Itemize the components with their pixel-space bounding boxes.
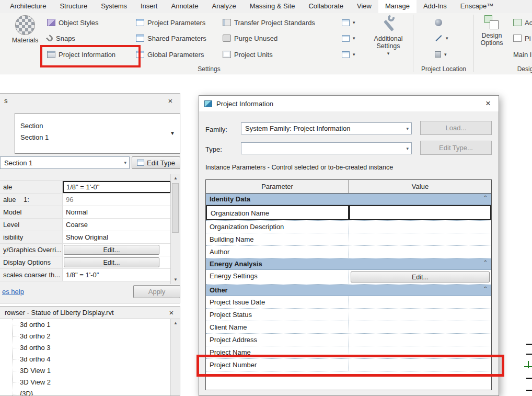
vg-overrides-edit-button[interactable]: Edit... (64, 245, 159, 255)
structural-settings-dropdown[interactable]: ▾ (340, 15, 357, 30)
close-icon[interactable]: × (166, 308, 177, 317)
transfer-project-standards-button[interactable]: Transfer Project Standards (221, 15, 317, 30)
tab-manage[interactable]: Manage (378, 0, 417, 13)
group-other[interactable]: Other ˆ (206, 285, 491, 296)
organization-name-input[interactable] (349, 205, 491, 220)
project-address-input[interactable] (349, 334, 491, 346)
main-model-clipped[interactable]: Main I (511, 47, 532, 62)
edit-type-button[interactable]: Edit Type (132, 156, 180, 169)
tab-view[interactable]: View (350, 0, 378, 13)
author-input[interactable] (349, 246, 491, 258)
tab-collaborate[interactable]: Collaborate (302, 0, 350, 13)
project-units-label: Project Units (234, 51, 273, 59)
load-button[interactable]: Load... (420, 121, 492, 135)
tab-add-ins[interactable]: Add-Ins (417, 0, 454, 13)
parameter-name: Project Status (206, 309, 349, 321)
project-information-label: Project Information (59, 51, 115, 59)
group-energy-analysis[interactable]: Energy Analysis ˆ (206, 258, 491, 270)
mep-settings-icon (342, 35, 350, 42)
tree-item-view[interactable]: 3d ortho 1 (0, 319, 170, 331)
family-combo[interactable]: System Family: Project Information ▾ (241, 122, 412, 134)
project-units-button[interactable]: Project Units (221, 47, 275, 62)
project-number-input[interactable] (349, 359, 491, 371)
type-selector[interactable]: Section Section 1 ▼ (15, 113, 180, 154)
parts-visibility-field[interactable]: Show Original (63, 231, 171, 243)
property-label: Model (0, 206, 63, 218)
hide-at-scales-field[interactable]: 1/8" = 1'-0" (63, 269, 171, 281)
type-combo[interactable]: Section 1 ▾ (0, 156, 130, 169)
coordinates-dropdown[interactable]: ▾ (433, 31, 450, 46)
tab-structure[interactable]: Structure (53, 0, 94, 13)
chevron-down-icon[interactable]: ▼ (170, 130, 175, 136)
scroll-up-icon[interactable]: ▲ (171, 174, 180, 183)
group-label: Identity Data (210, 195, 250, 203)
purge-unused-button[interactable]: Purge Unused (221, 31, 280, 46)
design-options-button[interactable]: Design Options (476, 15, 508, 47)
display-options-edit-button[interactable]: Edit... (64, 257, 159, 267)
organization-description-input[interactable] (349, 221, 491, 233)
properties-help-link[interactable]: es help (2, 288, 24, 296)
panel-schedule-dropdown[interactable]: ▾ (340, 47, 357, 62)
chevron-down-icon: ▾ (446, 36, 448, 41)
dialog-titlebar[interactable]: Project Information × (199, 96, 499, 111)
tab-analyze[interactable]: Analyze (205, 0, 243, 13)
apply-button[interactable]: Apply (133, 285, 180, 298)
project-parameters-button[interactable]: Project Parameters (134, 15, 207, 30)
position-dropdown[interactable]: ▾ (433, 47, 449, 62)
tab-annotate[interactable]: Annotate (164, 0, 205, 13)
additional-settings-button[interactable]: Additional Settings ▾ (366, 15, 411, 56)
tree-item-view[interactable]: 3d ortho 4 (0, 354, 170, 365)
active-design-option-clipped[interactable]: Ac (511, 15, 532, 30)
client-name-input[interactable] (349, 321, 491, 333)
project-status-input[interactable] (349, 309, 491, 321)
tree-item-view[interactable]: 3D View 1 (0, 365, 170, 377)
scroll-up-icon[interactable]: ▲ (171, 319, 180, 327)
collapse-chevron-icon[interactable]: ˆ (484, 259, 487, 267)
building-name-input[interactable] (349, 233, 491, 245)
project-parameters-label: Project Parameters (147, 19, 205, 27)
properties-scrollbar[interactable]: ▲ ▼ (170, 174, 180, 284)
project-units-icon (223, 51, 231, 58)
project-information-button[interactable]: Project Information (45, 47, 118, 62)
mep-settings-dropdown[interactable]: ▾ (340, 31, 357, 46)
collapse-chevron-icon[interactable]: ˆ (484, 195, 487, 202)
collapse-chevron-icon[interactable]: ˆ (484, 286, 487, 293)
group-identity-data[interactable]: Identity Data ˆ (206, 194, 491, 205)
detail-level-field[interactable]: Coarse (63, 219, 171, 231)
global-parameters-button[interactable]: Global Parameters (134, 47, 206, 62)
materials-button[interactable]: Materials (9, 15, 41, 44)
tab-systems[interactable]: Systems (94, 0, 134, 13)
purge-unused-icon (223, 35, 231, 42)
location-button[interactable] (433, 15, 444, 30)
parameter-name: Project Number (206, 359, 349, 371)
tab-architecture[interactable]: Architecture (3, 0, 53, 13)
tab-enscape[interactable]: Enscape™ (454, 0, 501, 13)
tree-item-view[interactable]: 3D View 2 (0, 377, 170, 388)
tab-insert[interactable]: Insert (134, 0, 165, 13)
close-icon[interactable]: × (483, 98, 493, 109)
edit-type-button[interactable]: Edit Type... (420, 141, 492, 155)
pick-to-edit-clipped[interactable]: Pi (511, 31, 532, 46)
energy-settings-edit-button[interactable]: Edit... (351, 271, 490, 282)
project-name-input[interactable] (349, 346, 491, 358)
browser-scrollbar[interactable]: ▲ (170, 319, 180, 395)
tree-item-view[interactable]: 3d ortho 2 (0, 331, 170, 342)
position-icon (435, 51, 441, 58)
drawing-line (526, 390, 532, 391)
type-combo[interactable]: ▾ (241, 142, 412, 154)
tree-item-view[interactable]: 3d ortho 3 (0, 342, 170, 354)
display-model-field[interactable]: Normal (63, 206, 171, 218)
tree-item-view[interactable]: {3D} (0, 388, 170, 395)
scrollbar-thumb[interactable] (172, 183, 179, 233)
panel-separator (413, 15, 413, 72)
close-icon[interactable]: × (165, 96, 176, 105)
tab-massing-site[interactable]: Massing & Site (243, 0, 302, 13)
scale-value-field[interactable]: 1/8" = 1'-0" (63, 181, 171, 193)
chevron-down-icon: ▾ (353, 52, 355, 57)
project-issue-date-input[interactable] (349, 296, 491, 308)
shared-parameters-button[interactable]: Shared Parameters (134, 31, 209, 46)
object-styles-button[interactable]: Object Styles (45, 15, 101, 30)
properties-palette: s × Section Section 1 ▼ Section 1 ▾ Edit… (0, 93, 180, 303)
snaps-button[interactable]: Snaps (45, 31, 77, 46)
scroll-down-icon[interactable]: ▼ (171, 276, 180, 284)
